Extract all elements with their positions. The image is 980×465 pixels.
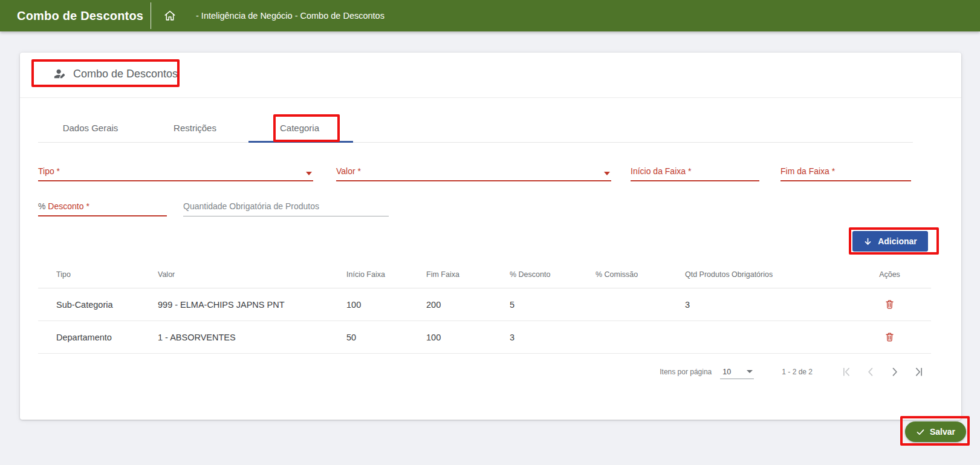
cell-inicio-faixa: 50: [346, 333, 426, 342]
first-page-button[interactable]: [834, 360, 858, 384]
active-tab-indicator: [248, 141, 353, 143]
card-title: Combo de Descontos: [73, 68, 178, 80]
cell-desconto: 3: [510, 333, 595, 342]
table-row: Departamento 1 - ABSORVENTES 50 100 3: [38, 321, 931, 354]
tipo-underline: [38, 180, 313, 181]
percent-desconto-underline: [38, 215, 167, 216]
quantidade-obrigatoria-input[interactable]: Quantidade Obrigatória de Produtos: [183, 198, 389, 216]
salvar-button-label: Salvar: [930, 427, 955, 437]
col-header-qtd-obrigatorios: Qtd Produtos Obrigatórios: [685, 270, 866, 279]
items-per-page-label: Itens por página: [660, 368, 712, 376]
dropdown-caret-icon: [306, 172, 312, 175]
header-divider: [151, 2, 151, 29]
delete-row-button[interactable]: [884, 299, 895, 310]
cell-desconto: 5: [510, 300, 595, 310]
adicionar-button[interactable]: Adicionar: [852, 231, 928, 252]
cell-valor: 1 - ABSORVENTES: [158, 333, 346, 342]
col-header-valor: Valor: [158, 270, 346, 279]
last-page-button[interactable]: [907, 360, 931, 384]
app-title: Combo de Descontos: [0, 9, 151, 23]
fim-faixa-label: Fim da Faixa *: [780, 163, 911, 179]
col-header-comissao: % Comissão: [595, 270, 685, 279]
inicio-faixa-input[interactable]: Início da Faixa *: [631, 163, 759, 181]
categorias-table: Tipo Valor Início Faixa Fim Faixa % Desc…: [38, 261, 931, 354]
delete-icon: [884, 331, 895, 343]
tab-group: Dados Gerais Restrições Categoria: [38, 113, 913, 143]
cell-tipo: Sub-Categoria: [56, 300, 158, 310]
fim-faixa-input[interactable]: Fim da Faixa *: [780, 163, 911, 181]
card-title-row: Combo de Descontos: [53, 62, 178, 85]
delete-icon: [884, 299, 895, 310]
inicio-faixa-underline: [631, 180, 759, 181]
percent-desconto-label: % Desconto *: [38, 198, 167, 214]
col-header-inicio-faixa: Início Faixa: [346, 270, 426, 279]
breadcrumb: - Inteligência de Negócio - Combo de Des…: [196, 11, 385, 21]
desconto-required-text: Desconto *: [48, 201, 89, 211]
tab-categoria[interactable]: Categoria: [247, 113, 352, 142]
cell-qtd-obrigatorios: 3: [685, 300, 866, 310]
tipo-select-label: Tipo *: [38, 163, 313, 179]
last-page-icon: [913, 366, 925, 378]
cell-fim-faixa: 200: [426, 300, 510, 310]
table-row: Sub-Categoria 999 - ELMA-CHIPS JAPNS PNT…: [38, 288, 931, 321]
combo-descontos-card: Combo de Descontos Dados Gerais Restriçõ…: [20, 53, 961, 420]
valor-select-label: Valor *: [336, 163, 611, 179]
page-range-label: 1 - 2 de 2: [782, 368, 813, 376]
top-header-bar: Combo de Descontos - Inteligência de Neg…: [0, 0, 980, 31]
page-size-select[interactable]: 10: [720, 365, 754, 379]
tab-dados-gerais[interactable]: Dados Gerais: [38, 113, 143, 142]
col-header-fim-faixa: Fim Faixa: [426, 270, 510, 279]
tab-restricoes[interactable]: Restrições: [143, 113, 247, 142]
col-header-tipo: Tipo: [56, 270, 158, 279]
previous-page-button[interactable]: [858, 360, 883, 384]
fim-faixa-underline: [780, 180, 911, 181]
home-icon[interactable]: [163, 9, 177, 22]
next-page-button[interactable]: [883, 360, 907, 384]
person-edit-icon: [53, 67, 67, 80]
valor-underline: [336, 180, 611, 181]
arrow-down-icon: [863, 237, 872, 246]
percent-prefix: %: [38, 201, 45, 211]
cell-fim-faixa: 100: [426, 333, 510, 342]
delete-row-button[interactable]: [884, 331, 895, 343]
col-header-acoes: Ações: [866, 270, 913, 279]
card-title-divider: [20, 97, 961, 98]
percent-desconto-input[interactable]: % Desconto *: [38, 198, 167, 216]
prev-page-icon: [865, 366, 877, 378]
inicio-faixa-label: Início da Faixa *: [631, 163, 759, 179]
cell-inicio-faixa: 100: [346, 300, 426, 310]
next-page-icon: [889, 366, 901, 378]
table-header-row: Tipo Valor Início Faixa Fim Faixa % Desc…: [38, 261, 931, 288]
cell-valor: 999 - ELMA-CHIPS JAPNS PNT: [158, 300, 346, 310]
valor-select[interactable]: Valor *: [336, 163, 611, 181]
page-size-value: 10: [722, 368, 731, 376]
quantidade-underline: [183, 216, 389, 216]
col-header-desconto: % Desconto: [510, 270, 595, 279]
first-page-icon: [840, 366, 852, 378]
quantidade-obrigatoria-label: Quantidade Obrigatória de Produtos: [183, 198, 389, 214]
dropdown-caret-icon: [604, 172, 610, 175]
dropdown-caret-icon: [747, 370, 753, 373]
salvar-button[interactable]: Salvar: [905, 421, 966, 442]
cell-tipo: Departamento: [56, 333, 158, 342]
adicionar-button-label: Adicionar: [878, 236, 917, 246]
check-icon: [916, 428, 925, 437]
paginator: Itens por página 10 1 - 2 de 2: [38, 360, 931, 384]
tipo-select[interactable]: Tipo *: [38, 163, 313, 181]
